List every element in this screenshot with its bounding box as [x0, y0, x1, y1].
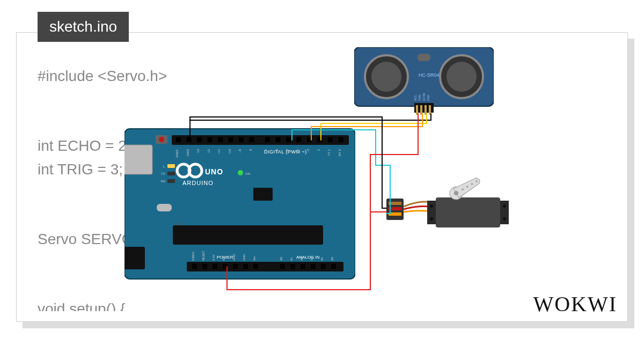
- wiring: [0, 0, 644, 338]
- filename-tab: sketch.ino: [38, 12, 129, 42]
